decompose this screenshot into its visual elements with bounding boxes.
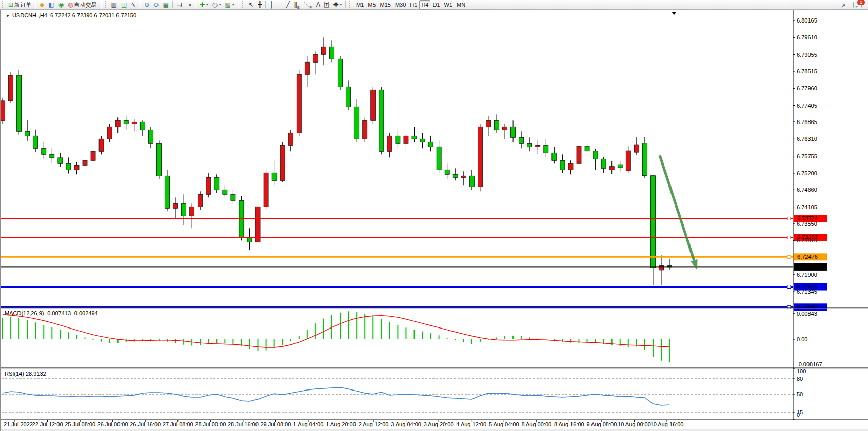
arrows-button[interactable]: ✥▾ [331,0,344,10]
candle [264,173,268,207]
new-order-button[interactable]: ⊞新订单 [6,0,33,10]
price-tick-label: 6.73550 [797,221,817,227]
macd-tick-label: 0.00843 [797,311,817,317]
support-line-blue-2-handle[interactable] [787,305,791,309]
candle [107,127,112,139]
price-tick-label: 6.80165 [797,17,817,24]
equidistant-channel-button[interactable]: ∥E [292,0,302,10]
timeframe-m30[interactable]: M30 [393,0,408,10]
candle [148,130,153,143]
candle [173,203,178,208]
zoom-in-button[interactable]: ⊕ [142,0,151,10]
vertical-line-icon: │ [270,2,274,8]
pivot-line-orange-handle[interactable] [787,255,791,258]
chevron-down-icon: ▾ [206,3,208,7]
candle [379,90,384,151]
indicators-button[interactable]: ✚▾ [198,0,210,10]
text-icon: A [316,2,320,8]
time-tick-label: 1 Aug 20:00 [326,421,356,427]
toolbar-grip[interactable] [2,1,5,8]
search-button[interactable]: ⌕ [840,0,848,10]
zoom-out-button[interactable]: ⊖ [151,0,161,10]
signal-icon: ◉ [58,2,64,8]
chat-bubble-icon: 1 [853,2,862,8]
resistance-line-1-handle[interactable] [787,217,791,220]
bar-chart-button[interactable]: ▥ [109,0,119,10]
candle [453,174,458,177]
text-label-button[interactable]: T [322,0,331,10]
toolbar-grip[interactable] [242,1,245,8]
candle [42,148,46,154]
rsi-tick-label: 0 [797,412,800,418]
time-tick-label: 2 Aug 12:00 [359,421,389,427]
fibonacci-button[interactable]: ⋱F [302,0,314,10]
price-tick-label: 6.71345 [797,289,817,295]
candle [124,120,128,124]
timeframe-mn[interactable]: MN [455,0,467,10]
publisher-button[interactable]: ◧ [46,0,56,10]
timeframe-d1[interactable]: D1 [430,0,442,10]
candlestick-chart-button[interactable]: ◫ [119,0,129,10]
symbol-dropdown-icon[interactable]: ▼ [6,14,10,18]
timeframe-m5[interactable]: M5 [366,0,378,10]
indicators-icon: ✚ [200,2,205,8]
candle [231,194,235,200]
zoom-out-icon: ⊖ [153,2,159,8]
templates-button[interactable]: ▧▾ [223,0,236,10]
price-tick-label: 6.76865 [797,119,817,125]
timeframe-h4[interactable]: H4 [419,0,430,10]
periods-button[interactable]: ◷▾ [210,0,223,10]
candle [198,194,203,207]
candle [25,131,30,136]
candle [33,136,38,148]
toolbar: ⊞新订单◆◧◉◍自动交易▥◫∿⊕⊖▦⇉⇥✚▾◷▾▧▾↖╋│─╱∥E⋱FAT✥▾M… [0,0,868,10]
auto-scroll-button[interactable]: ⇉ [175,0,184,10]
tile-windows-button[interactable]: ▦ [161,0,170,10]
text-label-icon: T [324,2,329,8]
candle [321,47,326,54]
text-button[interactable]: A [314,0,322,10]
chart-window: 6.737246.731076.724766.721506.715066.708… [0,10,868,431]
chart-symbol-period: USDCNH-,H4 [12,12,47,18]
signals-button[interactable]: ◉ [56,0,66,10]
chart-shift-button[interactable]: ⇥ [184,0,193,10]
timeframe-m1[interactable]: M1 [354,0,366,10]
timeframe-w1[interactable]: W1 [442,0,455,10]
macd-indicator-label: MACD(12,26,9) -0.007413 -0.002494 [5,310,98,316]
styler-button[interactable]: ◆ [37,0,46,10]
candle [50,154,54,158]
candle [404,136,408,143]
timeframe-m15[interactable]: M15 [378,0,393,10]
macd-tick-label: -0.008167 [797,361,822,367]
new-order-button-label: 新订单 [14,1,31,9]
candle [182,203,186,216]
cursor-button[interactable]: ↖ [246,0,255,10]
candle [461,176,466,177]
trendline-icon: ╱ [286,2,290,8]
candle [363,120,367,139]
toolbar-separator [101,1,102,8]
arrows-icon: ✥ [333,2,338,8]
toolbar-grip[interactable] [105,1,108,8]
candle [9,75,13,101]
trendline-button[interactable]: ╱ [284,0,292,10]
autotrading-icon: ◍ [68,2,73,8]
line-chart-button[interactable]: ∿ [129,0,138,10]
vertical-line-button[interactable]: │ [268,0,276,10]
notifications-button[interactable]: 1 [851,0,864,10]
timeframe-h1[interactable]: H1 [408,0,419,10]
icon-sub-letter: F [310,6,312,9]
resistance-line-2-handle[interactable] [787,236,791,239]
clock-icon: ◷ [212,2,218,8]
price-tick-label: 6.77960 [797,85,817,91]
support-line-blue-1-handle[interactable] [787,285,791,289]
candle [83,160,87,165]
autotrading-button[interactable]: ◍自动交易 [66,0,98,10]
line-chart-icon: ∿ [131,2,136,8]
zoom-in-icon: ⊕ [144,2,149,8]
candle [140,122,145,130]
toolbar-grip[interactable] [349,1,352,8]
horizontal-line-button[interactable]: ─ [275,0,284,10]
crosshair-button[interactable]: ╋ [255,0,263,10]
price-tick-label: 6.73010 [797,237,817,243]
